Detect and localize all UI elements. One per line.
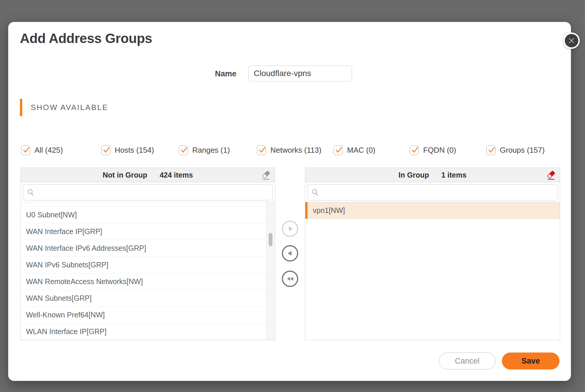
eraser-icon (261, 170, 271, 180)
search-icon (312, 189, 319, 196)
not-in-group-list: U0 Subnet[NW] WAN Interface IP[GRP] WAN … (21, 202, 275, 340)
section-accent-bar (20, 99, 22, 116)
search-input[interactable] (322, 188, 553, 197)
checkmark-icon (179, 145, 189, 155)
list-item[interactable]: WAN Interface IPv6 Addresses[GRP] (21, 240, 266, 257)
add-address-groups-dialog: Add Address Groups Name SHOW AVAILABLE A… (8, 22, 571, 381)
move-all-left-button[interactable] (282, 271, 298, 287)
list-item[interactable]: WAN Subnets[GRP] (21, 290, 266, 307)
filter-mac[interactable]: MAC (0) (334, 139, 375, 161)
list-item-partial (21, 202, 266, 207)
checkbox[interactable] (101, 145, 110, 155)
in-group-header: In Group 1 items (305, 168, 560, 182)
checkmark-icon (258, 145, 267, 155)
filter-networks[interactable]: Networks (113) (257, 139, 303, 161)
checkbox[interactable] (334, 145, 343, 155)
filter-label: FQDN (0) (423, 146, 456, 155)
checkmark-icon (410, 145, 420, 155)
list-item[interactable]: WAN Interface IP[GRP] (21, 223, 266, 240)
eraser-icon (546, 170, 556, 180)
filter-ranges[interactable]: Ranges (1) (179, 139, 230, 161)
search-input[interactable] (37, 188, 268, 197)
checkbox[interactable] (21, 145, 30, 155)
section-label: SHOW AVAILABLE (31, 103, 108, 112)
list-item[interactable]: Well-Known Pref64[NW] (21, 307, 266, 323)
checkmark-icon (22, 145, 31, 155)
arrow-left-icon (286, 249, 294, 258)
clear-selection-button[interactable] (261, 170, 271, 181)
filter-groups[interactable]: Groups (157) (486, 139, 545, 161)
list-item[interactable]: WLAN Interface IP[GRP] (21, 323, 266, 340)
move-right-button[interactable] (282, 221, 298, 237)
dialog-backdrop: { "modal": { "title": "Add Address Group… (0, 0, 585, 392)
not-in-group-panel: Not in Group 424 items (20, 168, 275, 340)
double-arrow-left-icon (286, 274, 294, 283)
not-in-group-search[interactable] (23, 184, 273, 200)
page-title: Add Address Groups (20, 30, 152, 47)
name-input[interactable] (248, 66, 352, 81)
filter-hosts[interactable]: Hosts (154) (101, 139, 154, 161)
filter-fqdn[interactable]: FQDN (0) (410, 139, 456, 161)
move-left-button[interactable] (282, 245, 298, 262)
close-icon (568, 37, 575, 44)
not-in-group-header: Not in Group 424 items (21, 168, 275, 182)
filter-all[interactable]: All (425) (21, 139, 63, 161)
in-group-search[interactable] (307, 184, 558, 200)
panel-count: 1 items (441, 171, 466, 179)
panel-title: Not in Group (103, 171, 147, 179)
checkmark-icon (487, 145, 496, 155)
panel-count: 424 items (159, 171, 193, 179)
filter-label: Groups (157) (500, 146, 545, 155)
list-item[interactable]: U0 Subnet[NW] (21, 207, 266, 223)
filter-label: MAC (0) (347, 146, 375, 155)
panel-title: In Group (399, 171, 429, 179)
list-item[interactable]: WAN RemoteAccess Networks[NW] (21, 273, 266, 290)
scrollbar-track[interactable] (266, 202, 275, 340)
clear-group-button[interactable] (546, 170, 556, 181)
not-in-group-rows: U0 Subnet[NW] WAN Interface IP[GRP] WAN … (21, 202, 266, 340)
in-group-list: vpn1[NW] (305, 202, 560, 340)
arrow-right-icon (286, 224, 294, 233)
filter-label: Ranges (1) (192, 146, 230, 155)
show-available-section: SHOW AVAILABLE (20, 99, 108, 116)
name-label: Name (184, 69, 236, 78)
save-button[interactable]: Save (502, 353, 560, 369)
filter-label: Hosts (154) (115, 146, 154, 155)
filter-label: All (425) (35, 146, 63, 155)
in-group-panel: In Group 1 items vpn1[ (305, 168, 560, 340)
checkmark-icon (334, 145, 344, 155)
scrollbar-thumb[interactable] (269, 233, 272, 246)
search-icon (27, 189, 34, 196)
cancel-button[interactable]: Cancel (439, 353, 495, 369)
filter-row: All (425) Hosts (154) Ranges (1) Network… (8, 139, 571, 161)
checkbox[interactable] (486, 145, 495, 155)
close-button[interactable] (563, 32, 580, 49)
list-item-selected[interactable]: vpn1[NW] (305, 202, 560, 219)
filter-label: Networks (113) (270, 146, 303, 155)
checkbox[interactable] (179, 145, 188, 155)
list-item[interactable]: WAN IPv6 Subnets[GRP] (21, 257, 266, 273)
checkbox[interactable] (257, 145, 266, 155)
in-group-rows: vpn1[NW] (305, 202, 560, 219)
checkbox[interactable] (410, 145, 419, 155)
checkmark-icon (102, 145, 111, 155)
